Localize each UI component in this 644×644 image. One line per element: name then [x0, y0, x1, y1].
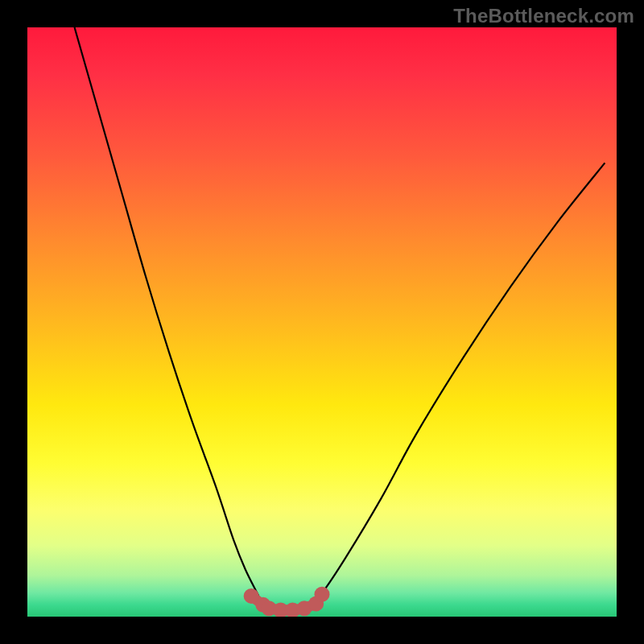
watermark-text: TheBottleneck.com	[453, 5, 634, 27]
bottleneck-curve	[75, 27, 605, 611]
marker-dot	[315, 587, 330, 602]
optimal-range-markers	[244, 587, 330, 617]
chart-frame: TheBottleneck.com	[0, 0, 644, 644]
plot-area	[27, 27, 617, 617]
curve-layer	[27, 27, 617, 617]
